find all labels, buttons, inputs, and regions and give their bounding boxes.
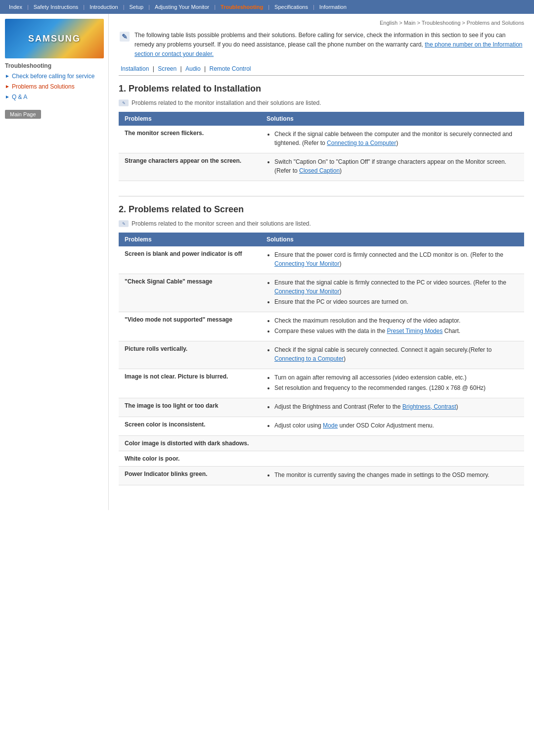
problem-cell: Image is not clear. Picture is blurred.: [119, 369, 261, 398]
table-row: Color image is distorted with dark shado…: [119, 435, 524, 451]
section1-table: Problems Solutions The monitor screen fl…: [119, 112, 524, 181]
nav-introduction[interactable]: Introduction: [86, 2, 122, 12]
svg-text:✎: ✎: [122, 100, 126, 105]
sidebar-link-check-before[interactable]: ► Check before calling for service: [5, 72, 103, 81]
breadcrumb: English > Main > Troubleshooting > Probl…: [119, 20, 524, 26]
arrow-icon: ►: [5, 83, 10, 90]
problem-cell: Power Indicator blinks green.: [119, 466, 261, 485]
problem-cell: The monitor screen flickers.: [119, 126, 261, 153]
problem-cell: White color is poor.: [119, 451, 261, 466]
note-icon: ✎: [119, 99, 129, 107]
intro-text: The following table lists possible probl…: [134, 31, 524, 59]
solution-cell: [261, 435, 524, 451]
note-icon: ✎: [119, 31, 131, 43]
problem-cell: Color image is distorted with dark shado…: [119, 435, 261, 451]
table-row: The monitor screen flickers.Check if the…: [119, 126, 524, 153]
solution-cell: Check if the signal cable is securely co…: [261, 341, 524, 369]
arrow-icon: ►: [5, 73, 10, 80]
solution-cell: Adjust the Brightness and Contrast (Refe…: [261, 398, 524, 417]
section2-note-text: Problems related to the monitor screen a…: [132, 220, 311, 227]
nav-index[interactable]: Index: [5, 2, 26, 12]
col-solutions-header: Solutions: [261, 112, 524, 126]
intro-box: ✎ The following table lists possible pro…: [119, 31, 524, 59]
top-navigation: Index | Safety Instructions | Introducti…: [0, 0, 534, 14]
col-solutions-header: Solutions: [261, 233, 524, 246]
col-problems-header: Problems: [119, 233, 261, 246]
nav-specifications[interactable]: Specifications: [270, 2, 312, 12]
solution-cell: Check the maximum resolution and the fre…: [261, 312, 524, 341]
solution-cell: Ensure that the signal cable is firmly c…: [261, 274, 524, 312]
sidebar-link-label: Q & A: [12, 93, 27, 101]
main-content: English > Main > Troubleshooting > Probl…: [109, 14, 534, 510]
solution-cell: Adjust color using Mode under OSD Color …: [261, 417, 524, 435]
sidebar-link-label: Check before calling for service: [12, 72, 94, 81]
sidebar: SAMSUNG Troubleshooting ► Check before c…: [0, 14, 109, 510]
problem-cell: "Check Signal Cable" message: [119, 274, 261, 312]
nav-safety[interactable]: Safety Instructions: [30, 2, 83, 12]
table-row: Power Indicator blinks green.The monitor…: [119, 466, 524, 485]
nav-adjusting[interactable]: Adjusting Your Monitor: [151, 2, 213, 12]
solution-cell: [261, 451, 524, 466]
brand-name: SAMSUNG: [28, 34, 81, 44]
table-row: "Video mode not supported" messageCheck …: [119, 312, 524, 341]
tab-links: Installation | Screen | Audio | Remote C…: [119, 65, 524, 76]
table-row: "Check Signal Cable" messageEnsure that …: [119, 274, 524, 312]
nav-troubleshooting[interactable]: Troubleshooting: [217, 2, 267, 12]
svg-text:✎: ✎: [122, 33, 128, 41]
note-icon: ✎: [119, 220, 129, 228]
problem-cell: The image is too light or too dark: [119, 398, 261, 417]
table-row: White color is poor.: [119, 451, 524, 466]
problem-cell: "Video mode not supported" message: [119, 312, 261, 341]
solution-cell: Ensure that the power cord is firmly con…: [261, 246, 524, 274]
problem-cell: Screen is blank and power indicator is o…: [119, 246, 261, 274]
section-divider: [119, 196, 524, 196]
solution-cell: Turn on again after removing all accesso…: [261, 369, 524, 398]
solution-cell: Check if the signal cable between the co…: [261, 126, 524, 153]
col-problems-header: Problems: [119, 112, 261, 126]
sidebar-link-problems-solutions[interactable]: ► Problems and Solutions: [5, 83, 103, 91]
page-layout: SAMSUNG Troubleshooting ► Check before c…: [0, 14, 534, 510]
sidebar-section-title: Troubleshooting: [5, 62, 103, 69]
table-row: Picture rolls vertically.Check if the si…: [119, 341, 524, 369]
section1-note-text: Problems related to the monitor installa…: [132, 99, 321, 106]
section2-table: Problems Solutions Screen is blank and p…: [119, 233, 524, 485]
brand-logo: SAMSUNG: [5, 19, 104, 58]
sidebar-link-qa[interactable]: ► Q & A: [5, 93, 103, 101]
sidebar-link-label: Problems and Solutions: [12, 83, 75, 91]
svg-text:✎: ✎: [122, 221, 126, 226]
table-row: The image is too light or too darkAdjust…: [119, 398, 524, 417]
main-page-button[interactable]: Main Page: [5, 110, 41, 119]
solution-cell: Switch "Caption On" to "Caption Off" if …: [261, 153, 524, 181]
table-row: Image is not clear. Picture is blurred.T…: [119, 369, 524, 398]
table-row: Strange characters appear on the screen.…: [119, 153, 524, 181]
nav-information[interactable]: Information: [315, 2, 351, 12]
section1-title: 1. Problems related to Installation: [119, 84, 524, 94]
problem-cell: Strange characters appear on the screen.: [119, 153, 261, 181]
nav-setup[interactable]: Setup: [125, 2, 147, 12]
section2-note: ✎ Problems related to the monitor screen…: [119, 220, 524, 228]
tab-link-audio[interactable]: Audio: [185, 65, 201, 72]
arrow-icon: ►: [5, 94, 10, 100]
problem-cell: Screen color is inconsistent.: [119, 417, 261, 435]
tab-link-screen[interactable]: Screen: [158, 65, 177, 72]
solution-cell: The monitor is currently saving the chan…: [261, 466, 524, 485]
section2-title: 2. Problems related to Screen: [119, 204, 524, 215]
tab-link-remote-control[interactable]: Remote Control: [210, 65, 251, 72]
section1-note: ✎ Problems related to the monitor instal…: [119, 99, 524, 107]
table-row: Screen color is inconsistent.Adjust colo…: [119, 417, 524, 435]
table-row: Screen is blank and power indicator is o…: [119, 246, 524, 274]
problem-cell: Picture rolls vertically.: [119, 341, 261, 369]
tab-link-installation[interactable]: Installation: [121, 65, 149, 72]
